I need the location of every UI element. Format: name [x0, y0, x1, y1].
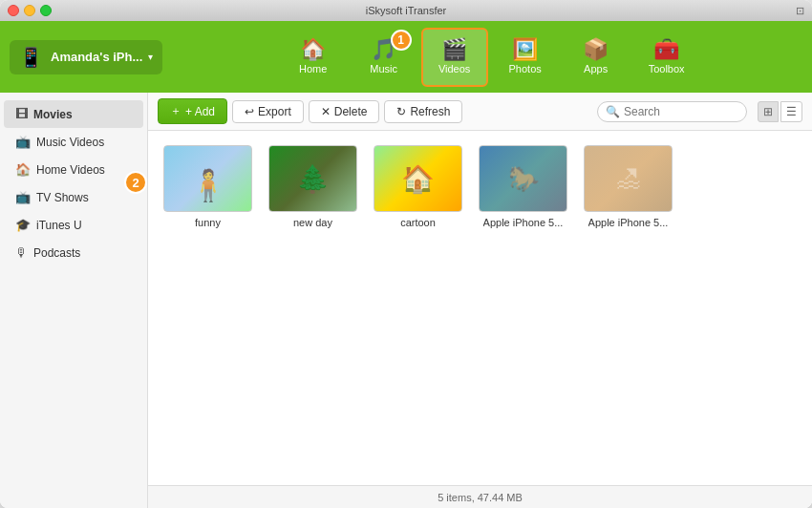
- video-grid: 🧍 funny 🌲 new day: [148, 131, 812, 485]
- nav-label-music: Music: [370, 63, 397, 74]
- minimize-button[interactable]: [24, 5, 35, 16]
- search-input[interactable]: [624, 105, 738, 118]
- video-item-apple-iphone-1[interactable]: 🐎 Apple iPhone 5...: [478, 145, 568, 228]
- status-text: 5 items, 47.44 MB: [438, 492, 523, 503]
- main-area: 2 🎞 Movies 📺 Music Videos 🏠 Home Videos …: [0, 93, 812, 508]
- nav-item-home[interactable]: 🏠 Home: [280, 28, 347, 87]
- export-button[interactable]: ↩ Export: [232, 100, 304, 123]
- nav-label-apps: Apps: [584, 63, 608, 74]
- view-toggle: ⊞ ☰: [758, 101, 802, 122]
- sidebar-item-tv-shows[interactable]: 📺 TV Shows: [4, 183, 143, 211]
- video-label-apple-iphone-2: Apple iPhone 5...: [588, 217, 669, 228]
- add-icon: ＋: [170, 103, 182, 119]
- sidebar: 2 🎞 Movies 📺 Music Videos 🏠 Home Videos …: [0, 93, 148, 508]
- apps-icon: 📦: [583, 39, 609, 60]
- video-item-cartoon[interactable]: 🏠 cartoon: [373, 145, 463, 228]
- nav-item-videos[interactable]: 🎬 Videos: [421, 28, 488, 87]
- nav-label-home: Home: [299, 63, 327, 74]
- delete-label: Delete: [334, 105, 368, 118]
- maximize-button[interactable]: [40, 5, 52, 16]
- nav-item-toolbox[interactable]: 🧰 Toolbox: [633, 28, 700, 87]
- chevron-down-icon: ▾: [148, 52, 153, 62]
- list-view-button[interactable]: ☰: [780, 101, 802, 122]
- video-label-cartoon: cartoon: [400, 217, 436, 228]
- refresh-label: Refresh: [410, 105, 450, 118]
- video-item-newday[interactable]: 🌲 new day: [267, 145, 358, 228]
- sidebar-label-movies: Movies: [33, 108, 73, 121]
- sidebar-label-home-videos: Home Videos: [36, 163, 105, 177]
- refresh-button[interactable]: ↻ Refresh: [384, 100, 462, 123]
- nav-item-photos[interactable]: 🖼️ Photos: [492, 28, 559, 87]
- delete-icon: ✕: [321, 105, 331, 118]
- video-label-funny: funny: [195, 217, 221, 228]
- device-icon: 📱: [19, 46, 43, 69]
- search-box: 🔍: [597, 101, 747, 122]
- export-label: Export: [258, 105, 291, 118]
- sidebar-label-music-videos: Music Videos: [36, 136, 104, 149]
- device-name: Amanda's iPh...: [51, 50, 142, 64]
- sidebar-item-itunes-u[interactable]: 🎓 iTunes U: [4, 211, 143, 239]
- sidebar-label-itunes-u: iTunes U: [36, 219, 82, 232]
- video-item-apple-iphone-2[interactable]: 🏖 Apple iPhone 5...: [583, 145, 673, 228]
- videos-icon: 🎬: [441, 39, 467, 60]
- video-thumb-cartoon: 🏠: [374, 145, 462, 212]
- home-icon: 🏠: [300, 39, 326, 60]
- video-item-funny[interactable]: 🧍 funny: [162, 145, 253, 228]
- search-icon: 🔍: [606, 105, 620, 118]
- sidebar-item-home-videos[interactable]: 🏠 Home Videos: [4, 156, 143, 183]
- video-thumb-newday: 🌲: [268, 145, 357, 212]
- movies-icon: 🎞: [15, 107, 28, 121]
- step-badge-2: 2: [124, 171, 147, 194]
- toolbox-icon: 🧰: [653, 39, 679, 60]
- nav-label-photos: Photos: [509, 63, 542, 74]
- device-selector[interactable]: 📱 Amanda's iPh... ▾: [10, 40, 162, 74]
- home-videos-icon: 🏠: [15, 162, 31, 177]
- video-label-newday: new day: [293, 217, 332, 228]
- video-thumb-iphone1: 🐎: [479, 145, 567, 212]
- podcasts-icon: 🎙: [15, 245, 28, 260]
- video-thumb-funny: 🧍: [163, 145, 252, 212]
- nav-label-toolbox: Toolbox: [649, 63, 685, 74]
- toolbar: 📱 Amanda's iPh... ▾ 🏠 Home 🎵 Music 1 🎬 V…: [0, 21, 812, 93]
- nav-item-apps[interactable]: 📦 Apps: [563, 28, 630, 87]
- delete-button[interactable]: ✕ Delete: [309, 100, 380, 123]
- grid-view-button[interactable]: ⊞: [758, 101, 779, 122]
- step-badge-1: 1: [391, 30, 412, 51]
- sidebar-label-tv-shows: TV Shows: [36, 191, 89, 204]
- window-title: iSkysoft iTransfer: [366, 5, 447, 16]
- music-videos-icon: 📺: [15, 135, 31, 149]
- action-bar: ＋ + Add ↩ Export ✕ Delete ↻ Refresh 🔍: [148, 93, 812, 131]
- photos-icon: 🖼️: [512, 39, 538, 60]
- close-button[interactable]: [8, 5, 19, 16]
- traffic-lights: [8, 5, 52, 16]
- status-bar: 5 items, 47.44 MB: [148, 485, 812, 508]
- window-icon: ⊡: [796, 5, 804, 17]
- itunes-u-icon: 🎓: [15, 218, 31, 232]
- add-label: + Add: [185, 105, 215, 118]
- nav-items: 🏠 Home 🎵 Music 1 🎬 Videos 🖼️ Photos 📦 Ap…: [177, 28, 802, 87]
- content-area: ＋ + Add ↩ Export ✕ Delete ↻ Refresh 🔍: [148, 93, 812, 508]
- nav-label-videos: Videos: [438, 63, 470, 74]
- refresh-icon: ↻: [396, 105, 406, 118]
- sidebar-item-music-videos[interactable]: 📺 Music Videos: [4, 128, 143, 156]
- sidebar-item-movies[interactable]: 🎞 Movies: [4, 100, 143, 128]
- sidebar-item-podcasts[interactable]: 🎙 Podcasts: [4, 239, 143, 266]
- sidebar-label-podcasts: Podcasts: [33, 246, 80, 260]
- add-button[interactable]: ＋ + Add: [158, 98, 227, 124]
- export-icon: ↩: [245, 105, 254, 118]
- nav-item-music[interactable]: 🎵 Music 1: [351, 28, 417, 87]
- tv-shows-icon: 📺: [15, 190, 31, 204]
- title-bar: iSkysoft iTransfer ⊡: [0, 0, 812, 21]
- app-window: iSkysoft iTransfer ⊡ 📱 Amanda's iPh... ▾…: [0, 0, 812, 508]
- video-label-apple-iphone-1: Apple iPhone 5...: [483, 217, 564, 228]
- video-thumb-iphone2: 🏖: [584, 145, 673, 212]
